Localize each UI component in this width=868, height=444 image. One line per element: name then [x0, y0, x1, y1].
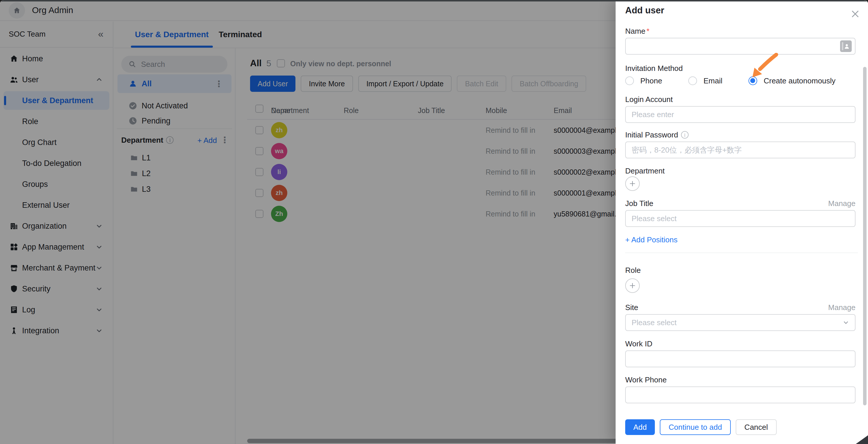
- add-user-drawer: Add user Name* Invitation Method PhoneEm…: [616, 0, 868, 444]
- radio-email[interactable]: Email: [688, 76, 722, 86]
- add-department-plus-button[interactable]: [625, 176, 640, 191]
- drawer-scrollbar-thumb[interactable]: [863, 67, 867, 405]
- password-info-icon: i: [681, 131, 689, 139]
- name-input[interactable]: [625, 38, 856, 55]
- drawer-actions: AddContinue to addCancel: [625, 419, 777, 435]
- work-phone-input[interactable]: [625, 386, 856, 403]
- radio-circle[interactable]: [625, 76, 634, 85]
- work-id-label: Work ID: [625, 339, 652, 348]
- modal-overlay[interactable]: [0, 0, 616, 444]
- add-button[interactable]: Add: [625, 419, 655, 435]
- work-id-input[interactable]: [625, 350, 856, 367]
- name-label: Name*: [625, 27, 649, 36]
- drawer-title: Add user: [625, 5, 664, 16]
- initial-password-input[interactable]: [625, 141, 856, 158]
- site-select[interactable]: Please select: [625, 314, 856, 331]
- site-label: Site: [625, 303, 638, 312]
- job-title-label: Job Title: [625, 199, 653, 208]
- contact-picker-icon[interactable]: [840, 40, 852, 52]
- section-divider: [625, 252, 858, 253]
- close-icon[interactable]: [850, 9, 861, 19]
- site-manage-link[interactable]: Manage: [828, 303, 856, 312]
- required-asterisk: *: [646, 27, 649, 35]
- department-field-label: Department: [625, 167, 665, 175]
- app-window: Org Admin SOC Team « HomeUserUser & Depa…: [0, 0, 868, 444]
- login-account-label: Login Account: [625, 95, 673, 104]
- chevron-down-icon: [842, 319, 850, 326]
- work-phone-label: Work Phone: [625, 375, 667, 384]
- invitation-method-label: Invitation Method: [625, 64, 683, 73]
- job-title-manage-link[interactable]: Manage: [828, 199, 856, 208]
- initial-password-label: Initial Passwordi: [625, 131, 689, 139]
- window-top-edge: [0, 0, 868, 1]
- radio-phone[interactable]: Phone: [625, 76, 662, 86]
- radio-label: Email: [704, 76, 722, 86]
- add-role-plus-button[interactable]: [625, 278, 640, 293]
- invitation-method-group: PhoneEmailCreate autonomously: [625, 73, 835, 88]
- login-account-input[interactable]: [625, 106, 856, 123]
- continue-to-add-button[interactable]: Continue to add: [660, 419, 731, 435]
- name-field-wrap: [625, 38, 856, 55]
- add-positions-link[interactable]: + Add Positions: [625, 235, 678, 244]
- radio-label: Phone: [640, 76, 662, 86]
- job-title-select[interactable]: Please select: [625, 210, 856, 227]
- radio-circle[interactable]: [688, 76, 697, 85]
- cancel-button[interactable]: Cancel: [736, 419, 777, 435]
- annotation-arrow: [747, 53, 781, 79]
- role-label: Role: [625, 266, 641, 275]
